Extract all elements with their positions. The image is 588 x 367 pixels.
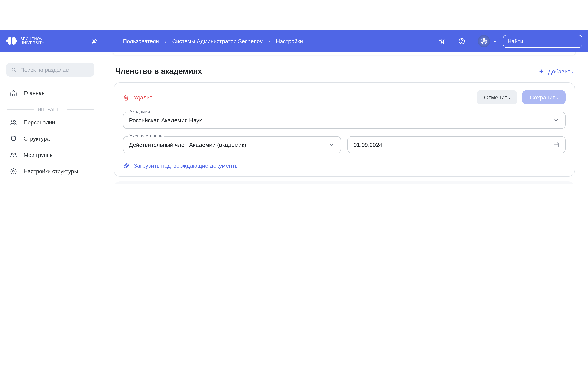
svg-point-20 bbox=[15, 136, 16, 137]
breadcrumb: Пользователи › Системы Администратор Sec… bbox=[123, 38, 303, 44]
gear-icon bbox=[10, 167, 17, 175]
paperclip-icon bbox=[123, 162, 130, 169]
svg-point-18 bbox=[14, 121, 16, 122]
plus-icon bbox=[538, 68, 545, 75]
breadcrumb-link[interactable]: Системы Администратор Sechenov bbox=[172, 38, 263, 44]
divider bbox=[452, 36, 452, 46]
main-content: Членство в академиях Добавить Удалить От… bbox=[100, 52, 588, 184]
divider bbox=[472, 36, 472, 46]
trash-icon bbox=[123, 94, 130, 100]
breadcrumb-link[interactable]: Пользователи bbox=[123, 38, 159, 44]
sidebar-item-label: Настройки структуры bbox=[24, 168, 78, 174]
sidebar-item-label: Мои группы bbox=[24, 152, 54, 158]
home-icon bbox=[10, 89, 17, 97]
field-value: Российская Академия Наук bbox=[129, 117, 202, 124]
svg-point-17 bbox=[12, 120, 13, 122]
sidebar-search-input[interactable] bbox=[20, 67, 89, 73]
sidebar-item-my-groups[interactable]: Мои группы bbox=[4, 147, 96, 163]
cancel-button[interactable]: Отменить bbox=[477, 90, 518, 104]
chevron-right-icon: › bbox=[268, 38, 270, 44]
upload-docs-link[interactable]: Загрузить подтверждающие документы bbox=[123, 162, 566, 169]
avatar bbox=[478, 35, 490, 47]
sidebar-item-structure-settings[interactable]: Настройки структуры bbox=[4, 163, 96, 179]
add-button[interactable]: Добавить bbox=[538, 68, 573, 75]
field-value: Действительный член Академии (академик) bbox=[129, 142, 246, 148]
membership-record-card: Академия Российская Академия Наук Ученое… bbox=[113, 182, 575, 184]
svg-point-5 bbox=[441, 42, 442, 43]
header-search[interactable] bbox=[503, 35, 582, 48]
breadcrumb-current: Настройки bbox=[276, 38, 303, 44]
svg-point-19 bbox=[11, 136, 12, 137]
chevron-down-icon bbox=[553, 117, 559, 124]
svg-point-4 bbox=[439, 40, 441, 41]
users-icon bbox=[10, 119, 17, 126]
top-header: SECHENOVUNIVERSITY Пользователи › Систем… bbox=[0, 30, 588, 52]
search-icon bbox=[11, 67, 16, 73]
brand-text: SECHENOVUNIVERSITY bbox=[20, 37, 44, 45]
help-icon[interactable] bbox=[458, 37, 466, 45]
academy-select[interactable]: Академия Российская Академия Наук bbox=[123, 112, 566, 129]
browser-chrome-blank bbox=[0, 0, 588, 30]
date-input[interactable]: 01.09.2024 bbox=[347, 136, 566, 153]
svg-point-6 bbox=[443, 39, 444, 40]
field-value: 01.09.2024 bbox=[354, 142, 382, 148]
svg-line-16 bbox=[15, 71, 16, 72]
structure-icon bbox=[10, 135, 17, 142]
sidebar-section-header: ИНТРАНЕТ bbox=[7, 107, 94, 112]
svg-rect-38 bbox=[554, 143, 558, 147]
chevron-down-icon bbox=[493, 39, 497, 44]
delete-button[interactable]: Удалить bbox=[123, 94, 155, 100]
sidebar-item-label: Структура bbox=[24, 136, 50, 142]
previous-card-edge bbox=[113, 52, 576, 55]
header-search-input[interactable] bbox=[508, 38, 577, 44]
brand-logo[interactable]: SECHENOVUNIVERSITY bbox=[6, 35, 44, 47]
user-menu[interactable] bbox=[478, 35, 497, 47]
section-title: Членство в академиях bbox=[115, 67, 202, 76]
field-label: Академия bbox=[128, 109, 152, 114]
groups-icon bbox=[10, 151, 17, 159]
sidebar-item-home[interactable]: Главная bbox=[4, 85, 96, 101]
chevron-down-icon bbox=[328, 142, 335, 148]
svg-point-22 bbox=[15, 140, 16, 141]
sidebar-item-label: Главная bbox=[24, 90, 45, 96]
settings-sliders-icon[interactable] bbox=[438, 37, 446, 45]
svg-point-21 bbox=[11, 140, 12, 141]
sidebar-item-label: Персоналии bbox=[24, 119, 55, 125]
save-button[interactable]: Сохранить bbox=[522, 90, 566, 104]
brain-icon bbox=[6, 35, 17, 47]
sidebar: Главная ИНТРАНЕТ Персоналии Структура Мо… bbox=[0, 52, 100, 184]
degree-select[interactable]: Ученая степень Действительный член Акаде… bbox=[123, 136, 341, 153]
svg-point-24 bbox=[14, 153, 16, 155]
svg-point-23 bbox=[11, 153, 13, 155]
sidebar-item-personnel[interactable]: Персоналии bbox=[4, 114, 96, 131]
membership-edit-card: Удалить Отменить Сохранить Академия Росс… bbox=[113, 82, 575, 176]
pin-icon[interactable] bbox=[89, 37, 98, 46]
chevron-right-icon: › bbox=[164, 38, 166, 44]
svg-point-25 bbox=[13, 170, 15, 172]
sidebar-search[interactable] bbox=[6, 63, 94, 77]
calendar-icon bbox=[553, 142, 559, 148]
field-label: Ученая степень bbox=[128, 133, 164, 138]
sidebar-item-structure[interactable]: Структура bbox=[4, 131, 96, 147]
svg-point-12 bbox=[484, 41, 484, 42]
svg-point-8 bbox=[462, 42, 462, 43]
svg-point-15 bbox=[12, 68, 15, 71]
